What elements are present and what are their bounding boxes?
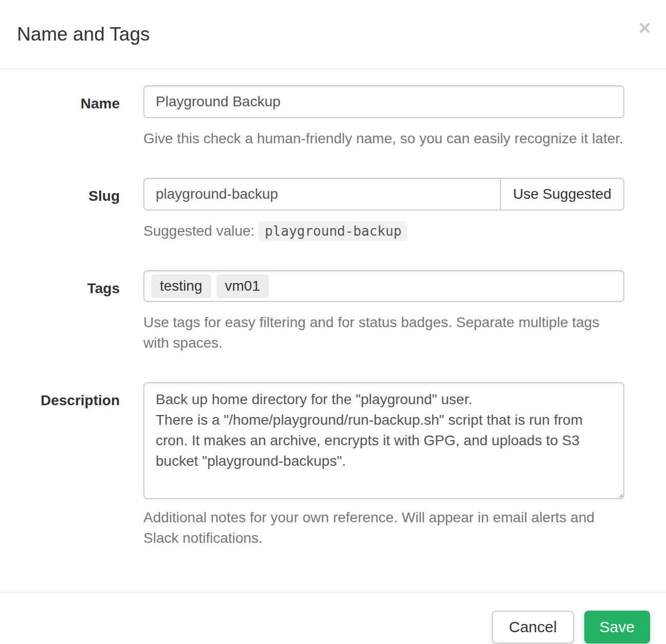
slug-input-group: Use Suggested [143,178,624,211]
description-control: Back up home directory for the "playgrou… [143,382,624,548]
tags-label: Tags [0,270,127,353]
tags-help-text: Use tags for easy filtering and for stat… [143,312,624,353]
tags-input[interactable]: testing vm01 [143,270,624,302]
slug-help-text: Suggested value: playground-backup [143,221,624,241]
save-button[interactable]: Save [584,611,650,643]
cancel-button[interactable]: Cancel [492,611,574,643]
name-help-text: Give this check a human-friendly name, s… [143,128,624,149]
description-label: Description [0,382,127,548]
slug-label: Slug [0,178,127,241]
suggested-value-label: Suggested value: [143,223,254,239]
tags-control: testing vm01 Use tags for easy filtering… [143,270,624,353]
tags-form-row: Tags testing vm01 Use tags for easy filt… [0,270,666,353]
tag-chip: vm01 [216,274,269,298]
dialog-body: Name Give this check a human-friendly na… [0,69,666,592]
name-control: Give this check a human-friendly name, s… [143,85,624,149]
name-input[interactable] [143,85,624,118]
close-icon[interactable]: × [639,17,651,38]
slug-form-row: Slug Use Suggested Suggested value: play… [0,178,666,241]
description-textarea[interactable]: Back up home directory for the "playgrou… [143,382,624,499]
use-suggested-button[interactable]: Use Suggested [500,178,624,211]
tag-chip: testing [151,274,211,298]
suggested-value-code: playground-backup [258,221,408,241]
dialog-header: Name and Tags × [0,0,666,69]
slug-control: Use Suggested Suggested value: playgroun… [143,178,624,241]
name-label: Name [0,85,127,149]
description-help-text: Additional notes for your own reference.… [143,507,624,548]
name-form-row: Name Give this check a human-friendly na… [0,85,666,149]
dialog-footer: Cancel Save [0,592,666,644]
dialog-title: Name and Tags [17,25,649,44]
name-and-tags-dialog: Name and Tags × Name Give this check a h… [0,0,666,644]
slug-input[interactable] [143,178,501,211]
description-form-row: Description Back up home directory for t… [0,382,666,548]
